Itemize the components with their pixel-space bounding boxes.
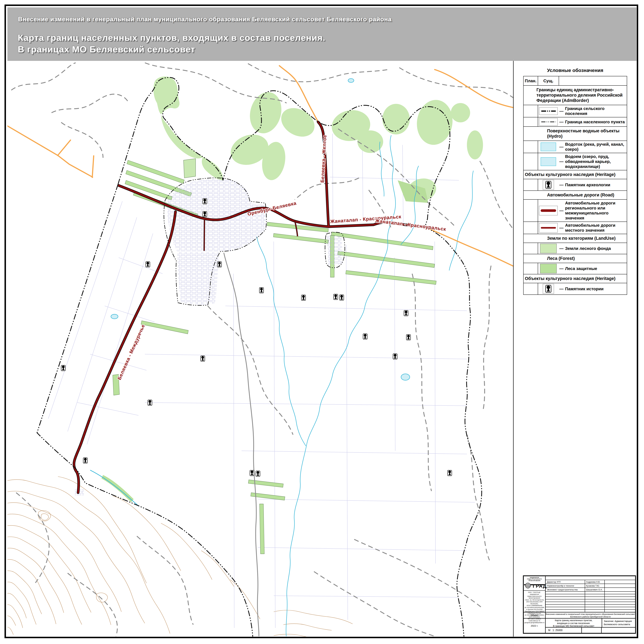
water-symbol: [541, 142, 556, 151]
monument-icon: [404, 310, 408, 316]
object-value: Внесение изменений в генеральный план му…: [546, 612, 635, 618]
monument-icon: [146, 262, 150, 267]
stamp-map-title: Карта границ населенных пунктов, входящи…: [546, 619, 602, 627]
stream: [380, 142, 384, 196]
legend-panel: Условные обозначения План. Сущ. Границы …: [514, 61, 636, 576]
stamp-empty-row: [546, 594, 635, 597]
stamp-empty-row: [546, 609, 635, 612]
monument-icon: [340, 295, 344, 300]
map-scale: М 1: 25000: [546, 628, 582, 633]
stream: [401, 166, 419, 245]
legend-item-row: —Граница населенного пункта: [524, 117, 627, 126]
road-regional-casing: [74, 122, 425, 493]
forest-polygon: [153, 76, 180, 114]
road-regional-symbol: [539, 206, 558, 215]
legend-item-label: Автомобильные дороги регионального или м…: [565, 201, 625, 221]
monument-archaeology-icon: [543, 180, 554, 190]
monument-icon: [448, 470, 452, 476]
role-name: Кузакова Т.Ю.: [585, 584, 605, 587]
monument-icon: [61, 365, 65, 371]
logo-geo-text: гео: [526, 585, 530, 587]
monument-icon: [203, 199, 207, 204]
legend-title: Условные обозначения: [523, 68, 627, 73]
legend-table: План. Сущ. Границы единиц административн…: [523, 76, 627, 295]
map-svg: Оренбург-Беляевка Жанаталап - Красноурал…: [7, 61, 513, 637]
legend-section: Границы единиц административно-территори…: [524, 85, 627, 105]
legend-section: Автомобильные дороги (Road): [524, 190, 627, 199]
settlement-boundary: [118, 77, 482, 637]
stamp-empty-row: [546, 602, 635, 604]
road-label: Беляевка - Междуречье: [116, 323, 146, 381]
legend-item-row: —Водоток (река, ручей, канал, озеро): [524, 141, 627, 153]
company-logo: ПРЕДПРИЯТИЕ ГРАДОСТРОИТЕЛЬНОГО ПРОЕКТИРО…: [524, 576, 545, 590]
monument-history-icon: [543, 284, 554, 294]
stamp-empty-row: [546, 599, 635, 602]
legend-section: Объекты культурного наследия (Heritage): [524, 274, 627, 283]
stamp-role-row: Директор УГП Андреева Н.В.: [546, 580, 635, 584]
stream: [449, 171, 473, 270]
forest-polygon: [184, 159, 196, 178]
role-title: Директор УГП: [546, 580, 585, 584]
stamp-role-row: Нормоконтролёр и технолог Кузакова Т.Ю.: [546, 584, 635, 587]
legend-item-row: —Автомобильные дороги местного значения: [524, 222, 627, 234]
monument-icon: [148, 400, 152, 405]
legend-item-label: Автомобильные дороги местного значения: [565, 223, 625, 233]
legend-item-label: Земли лесного фонда: [565, 246, 611, 251]
legend-item-label: Водоток (река, ручей, канал, озеро): [565, 142, 625, 152]
monument-icon: [259, 288, 264, 293]
forest-polygon: [202, 157, 223, 180]
role-name: Андреева Н.В.: [585, 580, 605, 584]
boundary-layer: [37, 77, 482, 637]
legend-item-label: Леса защитные: [565, 266, 597, 271]
monuments-layer: [61, 199, 452, 476]
stamp-year: 2022 г.: [524, 619, 546, 633]
document-title: Внесение изменений в генеральный план му…: [18, 16, 392, 23]
road-local-symbol: [539, 223, 558, 233]
road-label: Жанаталап - Красноуральск: [375, 218, 446, 232]
legend-item-label: Граница сельского поселения: [565, 106, 625, 116]
village-blocks: [177, 252, 219, 304]
monument-icon: [363, 334, 367, 339]
logo-caption: ПРЕДПРИЯТИЕ ГРАДОСТРОИТЕЛЬНОГО ПРОЕКТИРО…: [524, 577, 545, 581]
role-title: Экономист градостроительства: [546, 588, 585, 591]
legend-section: Леса (Forest): [524, 254, 627, 263]
monument-icon: [201, 356, 205, 361]
stamp-empty-row: [546, 591, 635, 594]
settlement-boundary: [37, 184, 253, 637]
legend-col-plan: План.: [524, 76, 538, 85]
forest-layer: [101, 76, 483, 502]
forest-polygon: [161, 114, 203, 158]
map-title: Карта границ населенных пунктов, входящи…: [18, 32, 325, 55]
stamp-empty-row: [546, 604, 635, 607]
legend-item-row: —Автомобильные дороги регионального или …: [524, 199, 627, 222]
monument-icon: [83, 458, 87, 463]
pond: [348, 79, 354, 82]
legend-item-row: —Водоем (озеро, пруд, обводненный карьер…: [524, 153, 627, 170]
boundary-thick-symbol: [539, 107, 558, 115]
forest-polygon: [101, 475, 134, 502]
monument-icon: [203, 211, 207, 217]
monument-icon: [256, 471, 260, 476]
title-block: ПРЕДПРИЯТИЕ ГРАДОСТРОИТЕЛЬНОГО ПРОЕКТИРО…: [523, 575, 636, 634]
monument-icon: [217, 262, 222, 267]
legend-item-row: —Памятник археологии: [524, 179, 627, 190]
river: [286, 135, 396, 636]
legend-section: Объекты культурного наследия (Heritage): [524, 170, 627, 179]
legend-section: Поверхностные водные объекты (Hydro): [524, 126, 627, 141]
boundary-thin-symbol: [539, 118, 558, 126]
monument-icon: [393, 354, 397, 359]
legend-item-row: —Леса защитные: [524, 263, 627, 274]
river: [257, 237, 306, 446]
legend-item-label: Водоем (озеро, пруд, обводненный карьер,…: [565, 154, 625, 169]
logo-name: ГРАД: [533, 583, 547, 589]
stamp-empty-row: [546, 607, 635, 609]
map-title-line1: Карта границ населенных пунктов, входящи…: [18, 32, 325, 43]
legend-item-row: —Граница сельского поселения: [524, 105, 627, 117]
legend-header-row: План. Сущ.: [524, 76, 627, 85]
role-name: Шашалевич О.А.: [585, 588, 605, 591]
monument-icon: [301, 295, 306, 300]
header-band: Внесение изменений в генеральный план му…: [7, 7, 637, 61]
legend-item-label: Памятник истории: [565, 286, 604, 291]
legend-item-label: Памятник археологии: [565, 182, 610, 187]
map-title-line2: В границах МО Беляевский сельсовет: [18, 43, 325, 55]
